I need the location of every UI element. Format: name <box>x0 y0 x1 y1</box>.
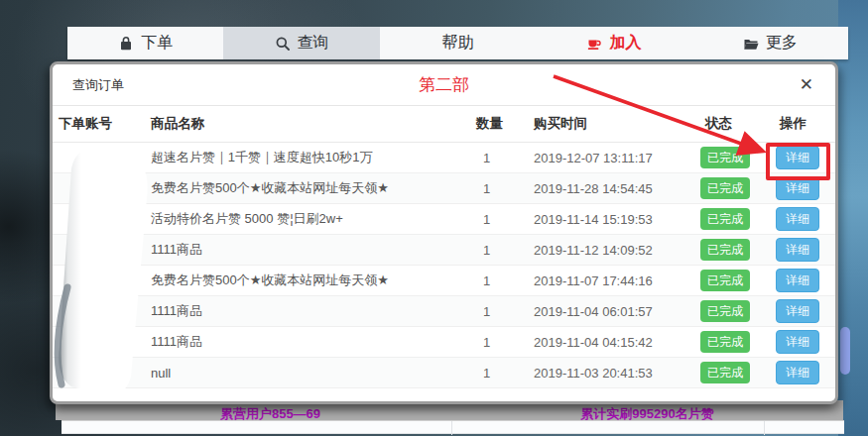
cell-product: 免费名片赞500个★收藏本站网址每天领★ <box>151 179 476 197</box>
step-annotation-text: 第二部 <box>53 73 835 96</box>
underlying-table-row <box>62 420 844 434</box>
table-row: 1111商品 1 2019-11-04 06:01:57 已完成 详细 <box>53 296 835 327</box>
cell-product: 1111商品 <box>151 333 476 351</box>
cell-qty: 1 <box>476 273 534 288</box>
status-badge: 已完成 <box>700 177 750 199</box>
col-action: 操作 <box>776 115 835 133</box>
close-icon[interactable]: ✕ <box>800 76 813 93</box>
col-qty: 数量 <box>476 115 534 133</box>
table-divider <box>764 421 765 435</box>
cell-qty: 1 <box>476 181 534 196</box>
total-users-text: 累营用户855—69 <box>89 405 451 420</box>
tab-label: 更多 <box>766 33 798 54</box>
page-scrollbar-thumb[interactable] <box>840 327 850 375</box>
detail-button[interactable]: 详细 <box>776 207 819 231</box>
detail-button[interactable]: 详细 <box>776 361 819 384</box>
col-status: 状态 <box>700 115 776 133</box>
shopping-bag-icon <box>118 36 134 52</box>
detail-button[interactable]: 详细 <box>776 146 819 169</box>
tab-label: 加入 <box>609 33 641 54</box>
status-badge: 已完成 <box>700 362 750 383</box>
status-badge: 已完成 <box>700 270 750 291</box>
table-row: 超速名片赞｜1千赞｜速度超快10秒1万 1 2019-12-07 13:11:1… <box>53 143 835 173</box>
cell-qty: 1 <box>476 304 534 319</box>
table-row: 免费名片赞500个★收藏本站网址每天领★ 1 2019-11-07 17:44:… <box>53 266 835 296</box>
tab-join[interactable]: 加入 <box>536 27 691 59</box>
detail-button[interactable]: 详细 <box>776 176 819 200</box>
tab-place-order[interactable]: 下单 <box>67 27 223 59</box>
tab-query[interactable]: 查询 <box>223 27 379 59</box>
cell-product: 1111商品 <box>151 241 476 259</box>
order-table-body: 超速名片赞｜1千赞｜速度超快10秒1万 1 2019-12-07 13:11:1… <box>53 143 835 388</box>
cell-time: 2019-11-07 17:44:16 <box>534 273 700 288</box>
tab-more[interactable]: 更多 <box>692 27 848 59</box>
status-badge: 已完成 <box>700 147 750 168</box>
modal-header: 查询订单 第二部 ✕ <box>53 64 835 106</box>
status-badge: 已完成 <box>700 239 750 261</box>
cell-qty: 1 <box>476 212 534 227</box>
total-likes-text: 累计实刷995290名片赞 <box>451 405 843 420</box>
table-row: 1111商品 1 2019-11-12 14:09:52 已完成 详细 <box>53 235 835 266</box>
cell-time: 2019-12-07 13:11:17 <box>534 151 700 165</box>
screen: 累营用户855—69 累计实刷995290名片赞 下单 查询 帮助 加入 <box>0 0 868 436</box>
status-badge: 已完成 <box>700 208 750 230</box>
detail-button[interactable]: 详细 <box>776 269 819 292</box>
tab-label: 帮助 <box>442 33 474 54</box>
status-badge: 已完成 <box>700 300 750 322</box>
table-row: 活动特价名片赞 5000 赞¦日刷2w+ 1 2019-11-14 15:19:… <box>53 204 835 235</box>
cell-qty: 1 <box>476 151 534 165</box>
cell-product: null <box>151 366 476 381</box>
cell-qty: 1 <box>476 366 534 381</box>
total-users-cell: 累营用户855—69 <box>89 405 451 420</box>
col-account: 下单账号 <box>53 115 151 133</box>
cell-time: 2019-11-28 14:54:45 <box>534 181 700 196</box>
folder-icon <box>743 36 759 52</box>
detail-button[interactable]: 详细 <box>776 238 819 262</box>
table-row: 1111商品 1 2019-11-04 04:15:42 已完成 详细 <box>53 327 835 358</box>
detail-button[interactable]: 详细 <box>776 330 819 354</box>
cell-product: 超速名片赞｜1千赞｜速度超快10秒1万 <box>151 149 476 166</box>
table-row: 免费名片赞500个★收藏本站网址每天领★ 1 2019-11-28 14:54:… <box>53 173 835 204</box>
col-product: 商品名称 <box>151 115 476 133</box>
cell-time: 2019-11-04 06:01:57 <box>534 304 700 319</box>
cell-product: 免费名片赞500个★收藏本站网址每天领★ <box>151 272 476 289</box>
col-time: 购买时间 <box>534 115 700 133</box>
cup-icon <box>586 36 602 52</box>
cell-qty: 1 <box>476 243 534 258</box>
search-icon <box>275 36 291 52</box>
nav-tabbar: 下单 查询 帮助 加入 更多 <box>67 27 848 59</box>
tab-help[interactable]: 帮助 <box>380 27 536 59</box>
cell-time: 2019-11-12 14:09:52 <box>534 243 700 258</box>
cell-time: 2019-11-14 15:19:53 <box>534 212 700 227</box>
cell-time: 2019-11-04 04:15:42 <box>534 335 700 350</box>
status-badge: 已完成 <box>700 331 750 353</box>
cell-product: 1111商品 <box>151 302 476 320</box>
order-table-header: 下单账号 商品名称 数量 购买时间 状态 操作 <box>53 106 835 143</box>
total-likes-cell: 累计实刷995290名片赞 <box>451 405 843 420</box>
cell-qty: 1 <box>476 335 534 350</box>
detail-button[interactable]: 详细 <box>776 299 819 323</box>
tab-label: 查询 <box>298 33 329 54</box>
tab-label: 下单 <box>141 33 173 54</box>
cell-time: 2019-11-03 20:41:53 <box>534 366 700 381</box>
table-divider <box>451 421 452 435</box>
cell-product: 活动特价名片赞 5000 赞¦日刷2w+ <box>151 210 476 228</box>
table-row: null 1 2019-11-03 20:41:53 已完成 详细 <box>53 358 835 388</box>
query-orders-modal: 查询订单 第二部 ✕ 下单账号 商品名称 数量 购买时间 状态 操作 超速名片赞… <box>50 61 838 404</box>
